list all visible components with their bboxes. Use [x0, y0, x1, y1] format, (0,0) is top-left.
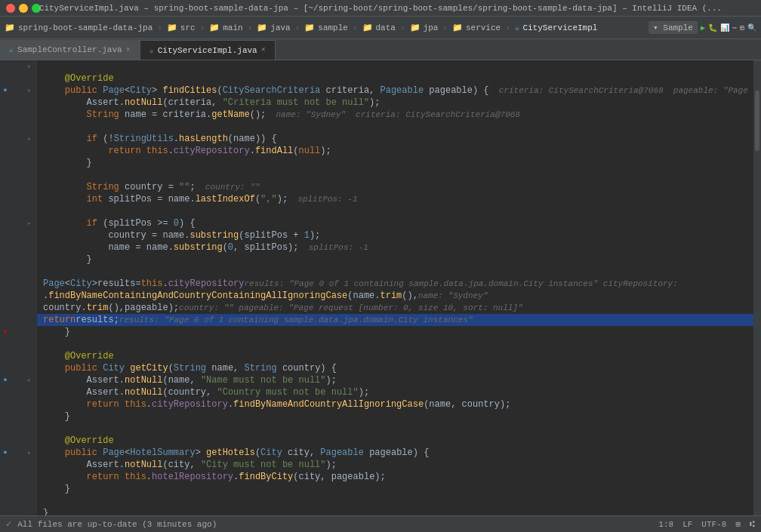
java-icon: 📁: [257, 23, 267, 32]
margin-line: ●: [0, 447, 11, 459]
margin-line: [0, 435, 11, 447]
debug-button[interactable]: 🐛: [708, 23, 717, 32]
jpa-icon: 📁: [410, 23, 421, 32]
gutter-line: [11, 338, 37, 350]
line-separator[interactable]: LF: [682, 520, 692, 529]
nav-java[interactable]: java: [270, 23, 290, 32]
code-line: public City getCity(String name, String …: [37, 362, 753, 374]
gutter-line: [11, 97, 37, 109]
run-controls: ▾ Sample ▶ 🐛 📊 ⋯ ⊞ 🔍: [649, 21, 756, 34]
margin-line: [0, 386, 11, 398]
tab-sample-controller[interactable]: ☕ SampleController.java ×: [0, 40, 140, 60]
close-button[interactable]: [6, 4, 15, 13]
code-line: [37, 60, 753, 72]
gutter-line: ▾: [11, 447, 37, 459]
gutter-line: [11, 362, 37, 374]
tab-close-sample[interactable]: ×: [126, 46, 131, 54]
code-editor[interactable]: @Override public Page<City> findCities(C…: [37, 60, 753, 515]
margin-line: [0, 338, 11, 350]
gutter-line: ▾: [11, 133, 37, 145]
nav-main[interactable]: main: [223, 23, 242, 32]
gutter-line: [11, 435, 37, 447]
margin-line: [0, 97, 11, 109]
gutter-line: [11, 411, 37, 423]
gutter-line: [11, 302, 37, 314]
gutter-line: [11, 423, 37, 435]
cursor-position[interactable]: 1:8: [658, 520, 673, 529]
margin-line: [0, 60, 11, 72]
code-line: return this.hotelRepository.findByCity(c…: [37, 471, 753, 483]
code-line: String name = criteria.getName(); name: …: [37, 109, 753, 121]
gutter-line: [11, 157, 37, 169]
tab-close-city[interactable]: ×: [261, 46, 266, 54]
gutter-line: [11, 290, 37, 302]
gutter-line: [11, 483, 37, 495]
tab-icon-city: ☕: [149, 46, 154, 55]
margin-line: [0, 483, 11, 495]
encoding[interactable]: UTF-8: [701, 520, 726, 529]
code-line: [37, 121, 753, 133]
indent-icon: ⊞: [735, 519, 741, 529]
margin-line: [0, 350, 11, 362]
code-line: Assert.notNull(country, "Country must no…: [37, 386, 753, 398]
window-title: CityServiceImpl.java – spring-boot-sampl…: [39, 4, 722, 13]
layout-button[interactable]: ⊞: [740, 23, 744, 32]
title-bar: CityServiceImpl.java – spring-boot-sampl…: [0, 0, 761, 17]
run-button[interactable]: ▶: [701, 23, 705, 32]
margin-line: [0, 314, 11, 326]
main-icon: 📁: [209, 23, 220, 32]
margin-line: [0, 290, 11, 302]
margin-line: [0, 471, 11, 483]
margin-line: [0, 133, 11, 145]
nav-src[interactable]: src: [180, 23, 196, 32]
margin-line: [0, 241, 11, 254]
scroll-thumb[interactable]: [755, 91, 759, 151]
margin-line: [0, 121, 11, 133]
sample-icon: 📁: [304, 23, 315, 32]
margin-line: [0, 278, 11, 290]
margin-line: [0, 169, 11, 181]
code-line: }: [37, 507, 753, 515]
gutter-line: [11, 254, 37, 266]
nav-file[interactable]: CityServiceImpl: [522, 23, 597, 32]
gutter-line: [11, 121, 37, 133]
service-icon: 📁: [452, 23, 463, 32]
code-line: public Page<HotelSummary> getHotels(City…: [37, 447, 753, 459]
code-line: [37, 423, 753, 435]
margin-line: [0, 72, 11, 85]
gutter-line: [11, 145, 37, 157]
code-line: @Override: [37, 350, 753, 362]
margin-line: [0, 495, 11, 507]
nav-data[interactable]: data: [376, 23, 396, 32]
margin-line: [0, 423, 11, 435]
nav-service[interactable]: service: [466, 23, 501, 32]
search-button[interactable]: 🔍: [747, 23, 756, 32]
window-controls[interactable]: [6, 4, 41, 13]
code-line: .findByNameContainingAndCountryContainin…: [37, 290, 753, 302]
gutter-line: [11, 193, 37, 205]
gutter-line: [11, 471, 37, 483]
tab-label-sample: SampleController.java: [17, 45, 122, 54]
gutter-line: [11, 314, 37, 326]
status-bar: ✓ All files are up-to-date (3 minutes ag…: [0, 515, 761, 532]
project-name[interactable]: spring-boot-sample-data-jpa: [18, 23, 153, 32]
code-line: Assert.notNull(city, "City must not be n…: [37, 459, 753, 471]
code-line: country.trim(), pageable); country: "" p…: [37, 302, 753, 314]
nav-jpa[interactable]: jpa: [424, 23, 439, 32]
coverage-button[interactable]: 📊: [720, 23, 729, 32]
gutter-line: ▾: [11, 60, 37, 72]
margin-line: [0, 254, 11, 266]
more-button[interactable]: ⋯: [732, 23, 737, 32]
vertical-scrollbar[interactable]: [753, 60, 761, 515]
tab-bar: ☕ SampleController.java × ☕ CityServiceI…: [0, 39, 761, 60]
margin-line: [0, 398, 11, 411]
code-line: Page<City> results = this.cityRepository…: [37, 278, 753, 290]
nav-sample[interactable]: sample: [318, 23, 348, 32]
margin-line: [0, 302, 11, 314]
code-line: Assert.notNull(name, "Name must not be n…: [37, 374, 753, 386]
tab-label-city: CityServiceImpl.java: [158, 46, 257, 55]
gutter-line: [11, 241, 37, 254]
minimize-button[interactable]: [19, 4, 28, 13]
tab-city-service-impl[interactable]: ☕ CityServiceImpl.java ×: [140, 40, 276, 60]
gutter-line: [11, 459, 37, 471]
